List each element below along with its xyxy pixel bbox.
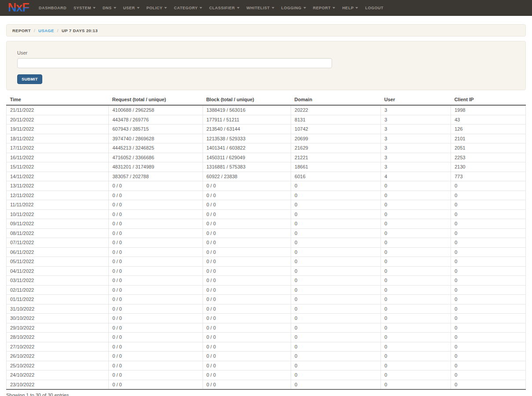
header-cell-time[interactable]: Time <box>7 95 109 105</box>
table-row: 25/10/20220 / 00 / 0000 <box>7 361 526 370</box>
table-cell: 0 / 0 <box>203 181 291 191</box>
nav-item-label: REPORT <box>313 6 331 10</box>
table-cell: 6016 <box>291 172 381 181</box>
table-cell: 0 <box>381 333 451 342</box>
table-cell: 0 <box>381 361 451 370</box>
table-cell: 0 <box>291 238 381 248</box>
table-row: 17/11/20224445213 / 32468251401341 / 603… <box>7 143 526 153</box>
nav-item-user[interactable]: USER <box>123 6 140 10</box>
table-cell: 0 <box>291 295 381 304</box>
nav-item-label: CLASSIFIER <box>209 6 235 10</box>
table-cell: 0 <box>381 295 451 304</box>
table-cell: 2130 <box>451 162 526 172</box>
table-row: 08/11/20220 / 00 / 0000 <box>7 228 526 238</box>
nav-item-category[interactable]: CATEGORY <box>174 6 202 10</box>
submit-button[interactable]: SUBMIT <box>17 74 42 84</box>
table-cell: 0 <box>451 370 526 380</box>
table-cell: 3 <box>381 105 451 115</box>
table-cell: 0 / 0 <box>203 219 291 229</box>
table-cell: 0 / 0 <box>203 370 291 380</box>
nav-item-label: DASHBOARD <box>39 6 66 10</box>
table-cell: 0 <box>381 304 451 314</box>
table-cell: 0 <box>381 352 451 361</box>
nav-item-whitelist[interactable]: WHITELIST <box>247 6 274 10</box>
table-cell: 60922 / 23838 <box>203 172 291 181</box>
nav-item-label: HELP <box>342 6 354 10</box>
nav-item-logging[interactable]: LOGGING <box>281 6 306 10</box>
table-cell: 0 <box>451 352 526 361</box>
table-cell: 21629 <box>291 143 381 153</box>
nav-item-classifier[interactable]: CLASSIFIER <box>209 6 240 10</box>
table-cell: 0 <box>451 285 526 295</box>
table-cell: 0 <box>381 380 451 389</box>
table-cell: 0 <box>451 219 526 229</box>
table-cell: 213540 / 63144 <box>203 125 291 134</box>
nav-item-system[interactable]: SYSTEM <box>74 6 96 10</box>
table-cell: 0 / 0 <box>203 323 291 333</box>
table-cell: 0 / 0 <box>109 276 203 286</box>
nav-item-dns[interactable]: DNS <box>103 6 116 10</box>
table-cell: 0 / 0 <box>109 352 203 361</box>
table-cell: 14/11/2022 <box>7 172 109 181</box>
table-row: 05/11/20220 / 00 / 0000 <box>7 257 526 267</box>
header-cell-domain[interactable]: Domain <box>291 95 381 105</box>
table-cell: 0 <box>451 295 526 304</box>
table-cell: 0 <box>291 352 381 361</box>
navbar-menu: DASHBOARDSYSTEMDNSUSERPOLICYCATEGORYCLAS… <box>39 6 391 10</box>
nav-item-help[interactable]: HELP <box>342 6 358 10</box>
table-cell: 0 <box>381 266 451 276</box>
chevron-down-icon <box>200 7 202 9</box>
table-cell: 383057 / 202788 <box>109 172 203 181</box>
table-row: 19/11/2022607943 / 385715213540 / 631441… <box>7 125 526 134</box>
table-cell: 177911 / 51211 <box>203 115 291 125</box>
table-cell: 0 / 0 <box>203 209 291 219</box>
table-cell: 0 <box>291 314 381 323</box>
table-info: Showing 1 to 30 of 30 entries <box>6 392 526 396</box>
table-cell: 4716052 / 3366686 <box>109 153 203 162</box>
table-cell: 0 / 0 <box>109 380 203 389</box>
table-cell: 1213538 / 529333 <box>203 134 291 143</box>
table-cell: 26/10/2022 <box>7 352 109 361</box>
table-cell: 3 <box>381 134 451 143</box>
table-cell: 0 <box>451 304 526 314</box>
breadcrumb-item-usage[interactable]: USAGE <box>38 28 54 33</box>
table-cell: 0 / 0 <box>109 191 203 200</box>
table-cell: 0 / 0 <box>203 314 291 323</box>
header-cell-user[interactable]: User <box>381 95 451 105</box>
table-cell: 773 <box>451 172 526 181</box>
table-cell: 0 / 0 <box>109 238 203 248</box>
table-row: 03/11/20220 / 00 / 0000 <box>7 276 526 286</box>
table-cell: 31/10/2022 <box>7 304 109 314</box>
nav-item-report[interactable]: REPORT <box>313 6 336 10</box>
table-cell: 3 <box>381 115 451 125</box>
header-cell-request[interactable]: Request (total / unique) <box>109 95 203 105</box>
nav-item-label: LOGGING <box>281 6 302 10</box>
nav-item-policy[interactable]: POLICY <box>147 6 167 10</box>
table-cell: 29/10/2022 <box>7 323 109 333</box>
table-row: 10/11/20220 / 00 / 0000 <box>7 209 526 219</box>
table-cell: 08/11/2022 <box>7 228 109 238</box>
table-cell: 0 / 0 <box>109 257 203 267</box>
app-logo[interactable]: NxF <box>8 2 29 14</box>
table-cell: 0 <box>451 209 526 219</box>
table-cell: 0 / 0 <box>109 295 203 304</box>
table-cell: 0 <box>451 380 526 389</box>
table-cell: 3 <box>381 125 451 134</box>
table-row: 09/11/20220 / 00 / 0000 <box>7 219 526 229</box>
table-cell: 0 <box>291 304 381 314</box>
table-cell: 0 / 0 <box>109 181 203 191</box>
nav-item-logout[interactable]: LOGOUT <box>365 6 384 10</box>
table-cell: 0 <box>381 209 451 219</box>
table-cell: 0 <box>291 333 381 342</box>
table-cell: 11/11/2022 <box>7 200 109 210</box>
header-cell-client[interactable]: Client IP <box>451 95 526 105</box>
breadcrumb-separator: / <box>57 28 59 33</box>
nav-item-dashboard[interactable]: DASHBOARD <box>39 6 66 10</box>
user-input[interactable] <box>17 58 332 68</box>
table-cell: 15/11/2022 <box>7 162 109 172</box>
table-row: 18/11/20223974740 / 28696281213538 / 529… <box>7 134 526 143</box>
header-cell-block[interactable]: Block (total / unique) <box>203 95 291 105</box>
table-row: 24/10/20220 / 00 / 0000 <box>7 370 526 380</box>
table-cell: 3974740 / 2869628 <box>109 134 203 143</box>
table-row: 20/11/2022443478 / 269776177911 / 512118… <box>7 115 526 125</box>
